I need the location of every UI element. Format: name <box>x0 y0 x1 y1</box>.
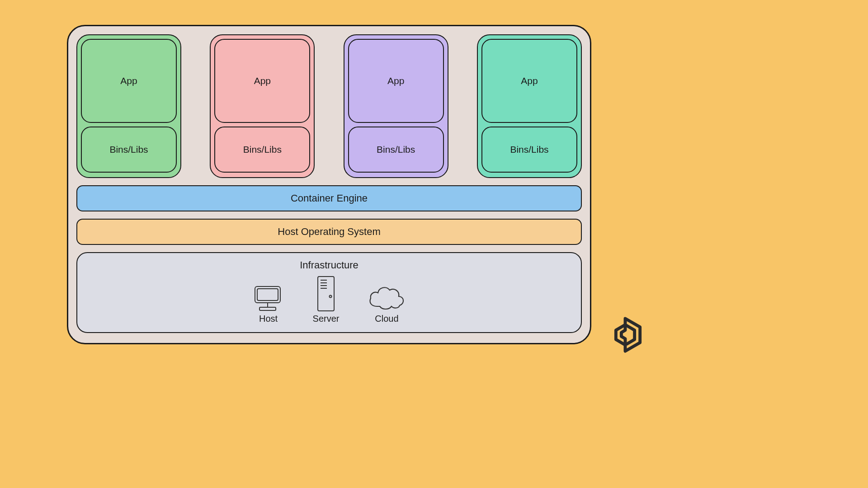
bins-libs-box: Bins/Libs <box>214 127 310 173</box>
bins-libs-box: Bins/Libs <box>481 127 577 173</box>
infra-item-cloud: Cloud <box>366 283 407 324</box>
infrastructure-icons: Host Server Cloud <box>251 276 407 324</box>
svg-rect-1 <box>257 289 278 300</box>
app-box: App <box>348 39 444 123</box>
containers-row: App Bins/Libs App Bins/Libs App Bins/Lib… <box>76 34 582 178</box>
infra-item-server: Server <box>313 276 340 324</box>
infra-item-host: Host <box>251 285 286 324</box>
svg-point-9 <box>330 295 332 297</box>
bins-libs-box: Bins/Libs <box>348 127 444 173</box>
container-4: App Bins/Libs <box>477 34 582 178</box>
infrastructure-title: Infrastructure <box>300 259 359 271</box>
server-icon <box>316 276 336 312</box>
app-box: App <box>214 39 310 123</box>
infra-label: Cloud <box>375 314 398 324</box>
infra-label: Server <box>313 314 340 324</box>
infrastructure-layer: Infrastructure Host <box>76 252 582 333</box>
cloud-icon <box>366 283 407 312</box>
container-3: App Bins/Libs <box>344 34 448 178</box>
brand-logo-icon <box>606 315 645 356</box>
bins-libs-box: Bins/Libs <box>81 127 177 173</box>
infra-label: Host <box>259 314 278 324</box>
architecture-diagram: App Bins/Libs App Bins/Libs App Bins/Lib… <box>67 25 591 344</box>
app-box: App <box>81 39 177 123</box>
host-icon <box>251 285 286 312</box>
container-1: App Bins/Libs <box>76 34 181 178</box>
svg-rect-4 <box>318 277 334 311</box>
container-2: App Bins/Libs <box>210 34 315 178</box>
container-engine-layer: Container Engine <box>76 185 582 211</box>
svg-rect-3 <box>259 307 276 310</box>
app-box: App <box>481 39 577 123</box>
host-os-layer: Host Operating System <box>76 219 582 245</box>
